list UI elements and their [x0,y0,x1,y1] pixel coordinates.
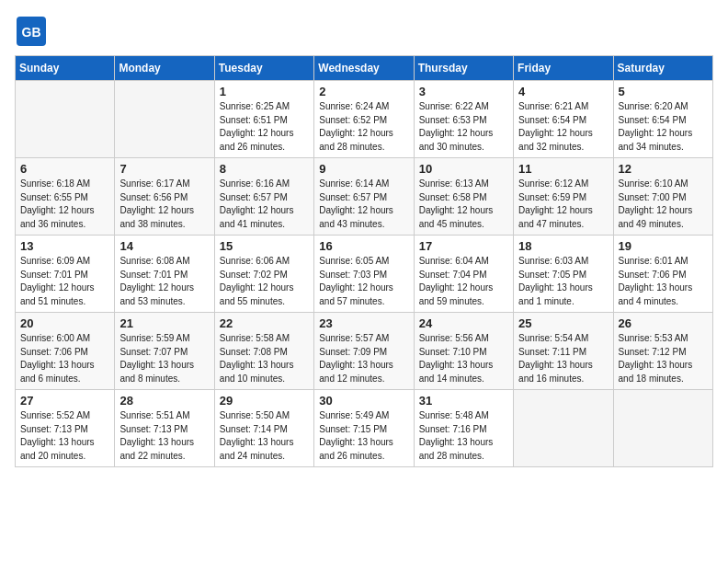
calendar-cell [16,81,115,158]
day-header-wednesday: Wednesday [314,56,414,81]
sunset-text: Sunset: 6:57 PM [319,192,387,202]
sunset-text: Sunset: 6:59 PM [518,192,586,202]
daylight-text: Daylight: 13 hours and 4 minutes. [619,282,693,306]
daylight-text: Daylight: 12 hours and 45 minutes. [419,205,494,229]
calendar-cell: 29 Sunrise: 5:50 AM Sunset: 7:14 PM Dayl… [214,390,313,467]
daylight-text: Daylight: 13 hours and 1 minute. [518,282,593,306]
sunrise-text: Sunrise: 5:49 AM [319,410,389,420]
daylight-text: Daylight: 12 hours and 36 minutes. [20,205,95,229]
day-number: 6 [20,162,109,176]
sunset-text: Sunset: 6:54 PM [518,115,586,125]
sunrise-text: Sunrise: 5:54 AM [518,333,588,343]
sunset-text: Sunset: 7:01 PM [20,270,88,280]
day-header-tuesday: Tuesday [214,56,313,81]
calendar-cell: 26 Sunrise: 5:53 AM Sunset: 7:12 PM Dayl… [613,313,712,390]
sunset-text: Sunset: 7:10 PM [419,347,487,357]
daylight-text: Daylight: 13 hours and 28 minutes. [419,437,494,461]
day-number: 24 [419,316,508,330]
calendar-header-row: SundayMondayTuesdayWednesdayThursdayFrid… [16,56,713,81]
sunrise-text: Sunrise: 6:00 AM [20,333,90,343]
sunset-text: Sunset: 7:00 PM [619,192,687,202]
daylight-text: Daylight: 12 hours and 51 minutes. [20,282,95,306]
sunrise-text: Sunrise: 5:50 AM [220,410,290,420]
sunset-text: Sunset: 7:04 PM [419,270,487,280]
sunrise-text: Sunrise: 6:16 AM [220,178,290,189]
sunrise-text: Sunrise: 6:20 AM [619,101,688,111]
calendar-table: SundayMondayTuesdayWednesdayThursdayFrid… [15,55,713,467]
logo-icon: GB [15,15,48,48]
calendar-cell: 7 Sunrise: 6:17 AM Sunset: 6:56 PM Dayli… [115,158,214,236]
sunset-text: Sunset: 7:06 PM [619,270,687,280]
daylight-text: Daylight: 12 hours and 32 minutes. [518,128,593,152]
sunrise-text: Sunrise: 6:17 AM [119,178,189,189]
sunrise-text: Sunrise: 6:08 AM [119,256,189,266]
sunset-text: Sunset: 6:53 PM [419,115,487,125]
daylight-text: Daylight: 12 hours and 55 minutes. [220,282,294,306]
calendar-week-row: 27 Sunrise: 5:52 AM Sunset: 7:13 PM Dayl… [16,390,713,467]
sunrise-text: Sunrise: 6:01 AM [619,256,688,266]
daylight-text: Daylight: 13 hours and 14 minutes. [419,360,494,384]
sunset-text: Sunset: 7:05 PM [518,270,586,280]
calendar-cell: 3 Sunrise: 6:22 AM Sunset: 6:53 PM Dayli… [414,81,513,158]
sunrise-text: Sunrise: 6:04 AM [419,256,489,266]
calendar-cell: 15 Sunrise: 6:06 AM Sunset: 7:02 PM Dayl… [214,236,313,313]
sunrise-text: Sunrise: 6:21 AM [518,101,588,111]
daylight-text: Daylight: 13 hours and 6 minutes. [20,360,95,384]
day-number: 17 [419,239,508,253]
day-number: 1 [220,85,309,98]
sunset-text: Sunset: 7:03 PM [319,270,387,280]
day-number: 13 [20,239,109,253]
sunrise-text: Sunrise: 6:09 AM [20,256,90,266]
sunrise-text: Sunrise: 6:18 AM [20,178,90,189]
calendar-cell: 9 Sunrise: 6:14 AM Sunset: 6:57 PM Dayli… [314,158,414,236]
daylight-text: Daylight: 12 hours and 59 minutes. [419,282,494,306]
day-number: 27 [20,394,109,408]
day-number: 12 [619,162,708,176]
calendar-cell: 25 Sunrise: 5:54 AM Sunset: 7:11 PM Dayl… [514,313,613,390]
day-number: 28 [119,394,209,408]
calendar-cell: 6 Sunrise: 6:18 AM Sunset: 6:55 PM Dayli… [16,158,115,236]
daylight-text: Daylight: 13 hours and 16 minutes. [518,360,593,384]
day-number: 16 [319,239,408,253]
daylight-text: Daylight: 12 hours and 30 minutes. [419,128,494,152]
daylight-text: Daylight: 12 hours and 26 minutes. [220,128,294,152]
calendar-cell: 14 Sunrise: 6:08 AM Sunset: 7:01 PM Dayl… [115,236,214,313]
sunset-text: Sunset: 7:06 PM [20,347,88,357]
calendar-week-row: 13 Sunrise: 6:09 AM Sunset: 7:01 PM Dayl… [16,236,713,313]
day-header-thursday: Thursday [414,56,513,81]
daylight-text: Daylight: 13 hours and 26 minutes. [319,437,393,461]
day-number: 21 [119,316,209,330]
daylight-text: Daylight: 12 hours and 57 minutes. [319,282,393,306]
sunset-text: Sunset: 7:09 PM [319,347,387,357]
calendar-cell: 10 Sunrise: 6:13 AM Sunset: 6:58 PM Dayl… [414,158,513,236]
calendar-cell: 1 Sunrise: 6:25 AM Sunset: 6:51 PM Dayli… [214,81,313,158]
sunset-text: Sunset: 7:12 PM [619,347,687,357]
daylight-text: Daylight: 12 hours and 53 minutes. [119,282,194,306]
calendar-cell: 5 Sunrise: 6:20 AM Sunset: 6:54 PM Dayli… [613,81,712,158]
svg-text:GB: GB [22,25,41,40]
day-number: 20 [20,316,109,330]
sunset-text: Sunset: 6:56 PM [119,192,188,202]
day-number: 9 [319,162,408,176]
daylight-text: Daylight: 13 hours and 10 minutes. [220,360,294,384]
sunset-text: Sunset: 6:51 PM [220,115,288,125]
day-number: 10 [419,162,508,176]
calendar-cell: 21 Sunrise: 5:59 AM Sunset: 7:07 PM Dayl… [115,313,214,390]
calendar-cell: 24 Sunrise: 5:56 AM Sunset: 7:10 PM Dayl… [414,313,513,390]
calendar-cell: 13 Sunrise: 6:09 AM Sunset: 7:01 PM Dayl… [16,236,115,313]
calendar-cell: 28 Sunrise: 5:51 AM Sunset: 7:13 PM Dayl… [115,390,214,467]
calendar-cell: 4 Sunrise: 6:21 AM Sunset: 6:54 PM Dayli… [514,81,613,158]
daylight-text: Daylight: 12 hours and 47 minutes. [518,205,593,229]
sunset-text: Sunset: 7:01 PM [119,270,188,280]
daylight-text: Daylight: 13 hours and 12 minutes. [319,360,393,384]
sunrise-text: Sunrise: 5:48 AM [419,410,489,420]
sunset-text: Sunset: 6:52 PM [319,115,387,125]
daylight-text: Daylight: 12 hours and 34 minutes. [619,128,693,152]
calendar-cell: 11 Sunrise: 6:12 AM Sunset: 6:59 PM Dayl… [514,158,613,236]
sunset-text: Sunset: 6:55 PM [20,192,88,202]
calendar-week-row: 20 Sunrise: 6:00 AM Sunset: 7:06 PM Dayl… [16,313,713,390]
daylight-text: Daylight: 12 hours and 41 minutes. [220,205,294,229]
calendar-cell: 30 Sunrise: 5:49 AM Sunset: 7:15 PM Dayl… [314,390,414,467]
daylight-text: Daylight: 12 hours and 49 minutes. [619,205,693,229]
day-number: 14 [119,239,209,253]
